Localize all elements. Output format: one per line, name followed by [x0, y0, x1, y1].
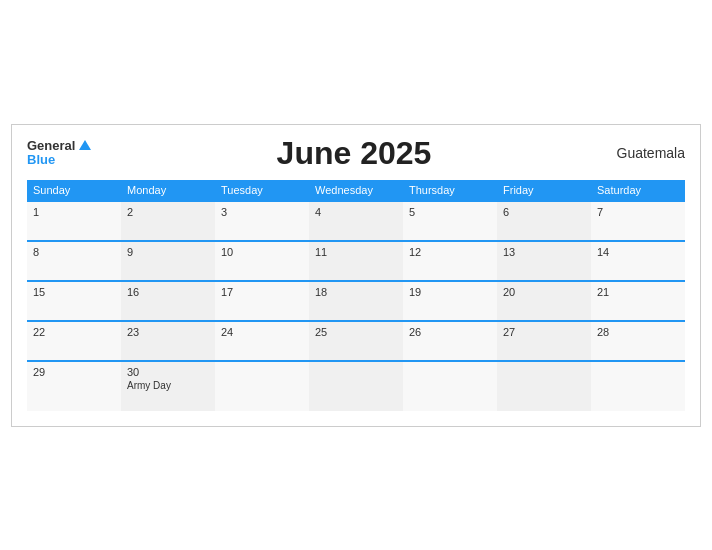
day-number: 9 [127, 246, 209, 258]
day-number: 16 [127, 286, 209, 298]
header-monday: Monday [121, 180, 215, 201]
header-wednesday: Wednesday [309, 180, 403, 201]
calendar-cell: 24 [215, 321, 309, 361]
logo-general-text: General [27, 139, 75, 153]
day-number: 24 [221, 326, 303, 338]
calendar-cell: 2 [121, 201, 215, 241]
calendar-cell: 12 [403, 241, 497, 281]
day-number: 5 [409, 206, 491, 218]
calendar-week-row: 15161718192021 [27, 281, 685, 321]
calendar-cell: 23 [121, 321, 215, 361]
day-number: 3 [221, 206, 303, 218]
weekday-header-row: Sunday Monday Tuesday Wednesday Thursday… [27, 180, 685, 201]
calendar-cell: 5 [403, 201, 497, 241]
calendar-cell: 15 [27, 281, 121, 321]
day-number: 23 [127, 326, 209, 338]
calendar-wrapper: General Blue June 2025 Guatemala Sunday … [11, 124, 701, 427]
day-number: 30 [127, 366, 209, 378]
calendar-cell: 3 [215, 201, 309, 241]
calendar-week-row: 1234567 [27, 201, 685, 241]
calendar-cell [591, 361, 685, 411]
day-number: 14 [597, 246, 679, 258]
day-number: 10 [221, 246, 303, 258]
calendar-week-row: 891011121314 [27, 241, 685, 281]
calendar-body: 1234567891011121314151617181920212223242… [27, 201, 685, 411]
header-thursday: Thursday [403, 180, 497, 201]
day-number: 13 [503, 246, 585, 258]
logo-general: General [27, 139, 91, 153]
calendar-cell [309, 361, 403, 411]
calendar-table: Sunday Monday Tuesday Wednesday Thursday… [27, 180, 685, 411]
day-number: 18 [315, 286, 397, 298]
calendar-cell: 25 [309, 321, 403, 361]
event-label: Army Day [127, 380, 209, 391]
calendar-cell: 19 [403, 281, 497, 321]
calendar-cell: 11 [309, 241, 403, 281]
day-number: 29 [33, 366, 115, 378]
day-number: 17 [221, 286, 303, 298]
header-tuesday: Tuesday [215, 180, 309, 201]
day-number: 4 [315, 206, 397, 218]
calendar-cell: 27 [497, 321, 591, 361]
calendar-cell: 29 [27, 361, 121, 411]
calendar-cell: 1 [27, 201, 121, 241]
calendar-header: General Blue June 2025 Guatemala [27, 135, 685, 172]
calendar-cell: 22 [27, 321, 121, 361]
logo-triangle-icon [79, 140, 91, 150]
calendar-cell: 13 [497, 241, 591, 281]
calendar-cell [403, 361, 497, 411]
day-number: 7 [597, 206, 679, 218]
calendar-title: June 2025 [277, 135, 432, 172]
day-number: 15 [33, 286, 115, 298]
calendar-cell: 30Army Day [121, 361, 215, 411]
day-number: 28 [597, 326, 679, 338]
calendar-cell: 7 [591, 201, 685, 241]
calendar-cell: 10 [215, 241, 309, 281]
logo-blue-text: Blue [27, 153, 91, 167]
calendar-cell: 16 [121, 281, 215, 321]
day-number: 6 [503, 206, 585, 218]
day-number: 1 [33, 206, 115, 218]
logo: General Blue [27, 139, 91, 168]
calendar-cell: 6 [497, 201, 591, 241]
calendar-week-row: 22232425262728 [27, 321, 685, 361]
calendar-cell: 18 [309, 281, 403, 321]
day-number: 19 [409, 286, 491, 298]
header-sunday: Sunday [27, 180, 121, 201]
header-saturday: Saturday [591, 180, 685, 201]
calendar-week-row: 2930Army Day [27, 361, 685, 411]
day-number: 11 [315, 246, 397, 258]
day-number: 2 [127, 206, 209, 218]
calendar-cell [215, 361, 309, 411]
calendar-cell: 4 [309, 201, 403, 241]
calendar-cell: 20 [497, 281, 591, 321]
calendar-cell: 14 [591, 241, 685, 281]
day-number: 12 [409, 246, 491, 258]
day-number: 27 [503, 326, 585, 338]
calendar-header-row: Sunday Monday Tuesday Wednesday Thursday… [27, 180, 685, 201]
day-number: 21 [597, 286, 679, 298]
calendar-cell: 8 [27, 241, 121, 281]
calendar-cell: 26 [403, 321, 497, 361]
header-friday: Friday [497, 180, 591, 201]
calendar-cell: 21 [591, 281, 685, 321]
calendar-cell [497, 361, 591, 411]
calendar-cell: 28 [591, 321, 685, 361]
day-number: 26 [409, 326, 491, 338]
day-number: 25 [315, 326, 397, 338]
calendar-cell: 17 [215, 281, 309, 321]
calendar-country: Guatemala [617, 145, 685, 161]
day-number: 8 [33, 246, 115, 258]
calendar-cell: 9 [121, 241, 215, 281]
day-number: 22 [33, 326, 115, 338]
day-number: 20 [503, 286, 585, 298]
